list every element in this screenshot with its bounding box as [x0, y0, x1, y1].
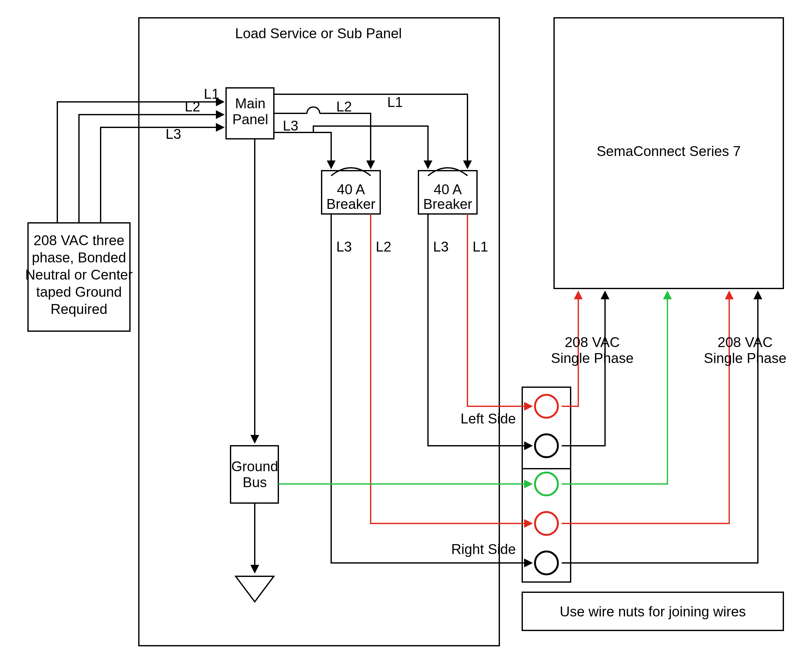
main-panel-l2: Panel — [232, 112, 269, 127]
mp-out-l2-hop — [307, 107, 320, 114]
term-right-bottom — [535, 551, 558, 574]
breaker1-arc — [331, 168, 371, 176]
b2-l3-label: L3 — [433, 239, 449, 254]
feed-l1-label: L1 — [204, 86, 219, 102]
main-panel-l1: Main — [235, 95, 265, 111]
right-side-label: Right Side — [451, 541, 516, 557]
power-source-l5: Required — [51, 301, 108, 317]
breaker2-l2: Breaker — [423, 196, 472, 212]
term-ground — [535, 473, 558, 496]
sema-label: SemaConnect Series 7 — [597, 143, 741, 159]
breaker2-l1: 40 A — [434, 182, 462, 197]
term-left-top — [535, 395, 558, 418]
b2-l1-label: L1 — [473, 239, 488, 254]
phase1-l2: Single Phase — [551, 350, 633, 366]
power-source-l4: taped Ground — [36, 284, 122, 300]
mp-out-l2-label: L2 — [336, 99, 352, 114]
phase2-l1: 208 VAC — [718, 334, 773, 350]
feed-l1 — [57, 102, 223, 223]
power-source-l1: 208 VAC three — [33, 232, 124, 248]
term-to-sema-4 — [562, 292, 729, 523]
mp-l3-to-b1 — [313, 132, 331, 167]
feed-l2-label: L2 — [185, 99, 200, 114]
feed-l3-label: L3 — [165, 126, 181, 142]
power-source-l2: phase, Bonded — [32, 250, 126, 265]
phase2-l2: Single Phase — [704, 350, 786, 366]
wire-note: Use wire nuts for joining wires — [560, 604, 746, 619]
phase1-l1: 208 VAC — [565, 334, 620, 350]
ground-bus-l1: Ground — [232, 459, 278, 474]
ground-bus-l2: Bus — [243, 474, 267, 490]
b1-l2-out — [371, 214, 531, 523]
sub-panel-title: Load Service or Sub Panel — [235, 25, 401, 41]
b1-l2-label: L2 — [376, 239, 391, 254]
term-to-sema-2 — [562, 292, 605, 446]
b1-l3-out — [331, 214, 531, 563]
breaker1-l2: Breaker — [326, 196, 376, 212]
term-to-sema-5 — [562, 292, 758, 563]
mp-out-l1-label: L1 — [387, 94, 403, 110]
term-to-sema-3 — [562, 292, 667, 484]
term-right-top — [535, 512, 558, 535]
term-left-bottom — [535, 434, 558, 457]
b1-l3-label: L3 — [336, 239, 352, 254]
mp-out-l3-label: L3 — [283, 118, 298, 134]
breaker2-arc — [428, 168, 468, 176]
wiring-diagram: Load Service or Sub Panel 208 VAC three … — [0, 0, 812, 668]
mp-out-l2b — [320, 114, 371, 167]
left-side-label: Left Side — [460, 411, 516, 426]
feed-l3 — [100, 127, 223, 223]
breaker1-l1: 40 A — [337, 182, 365, 197]
ground-symbol — [236, 576, 274, 602]
power-source-l3: Neutral or Center — [25, 267, 132, 282]
